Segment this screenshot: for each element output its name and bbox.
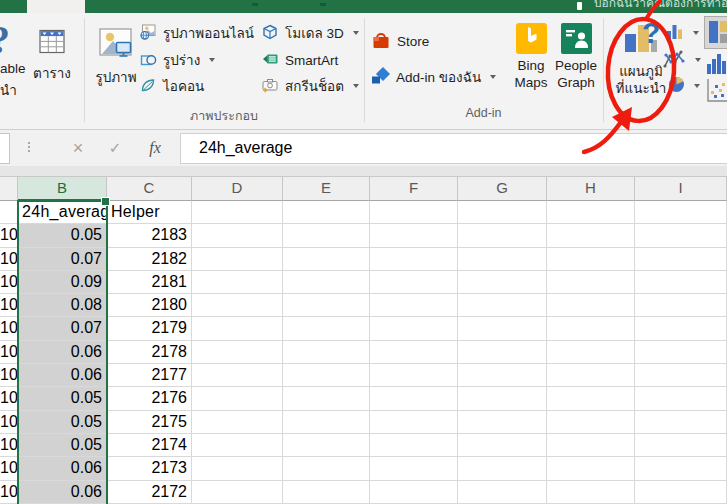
cell-c2[interactable]: 2183 bbox=[107, 224, 192, 247]
col-header-d[interactable]: D bbox=[192, 177, 283, 201]
cell[interactable] bbox=[192, 411, 283, 434]
cell-b6[interactable]: 0.07 bbox=[18, 317, 107, 340]
cell[interactable] bbox=[283, 271, 370, 294]
cell[interactable] bbox=[635, 317, 727, 340]
cell[interactable] bbox=[192, 224, 283, 247]
cell[interactable] bbox=[0, 201, 18, 224]
cell[interactable] bbox=[635, 434, 727, 457]
cell[interactable] bbox=[458, 294, 547, 317]
cell[interactable] bbox=[283, 248, 370, 271]
cell-a11[interactable]: 10 bbox=[0, 434, 18, 457]
histogram-chart-button[interactable] bbox=[707, 50, 727, 80]
cell-b9[interactable]: 0.05 bbox=[18, 387, 107, 410]
cell[interactable] bbox=[547, 294, 635, 317]
cell-c13[interactable]: 2172 bbox=[107, 481, 192, 504]
cell[interactable] bbox=[192, 457, 283, 480]
cell-b11[interactable]: 0.05 bbox=[18, 434, 107, 457]
cell[interactable] bbox=[370, 201, 458, 224]
cell-b3[interactable]: 0.07 bbox=[18, 248, 107, 271]
cell[interactable] bbox=[635, 481, 727, 504]
cell[interactable] bbox=[192, 248, 283, 271]
cell[interactable] bbox=[635, 341, 727, 364]
cell[interactable] bbox=[370, 411, 458, 434]
cell-c11[interactable]: 2174 bbox=[107, 434, 192, 457]
cell[interactable] bbox=[283, 201, 370, 224]
col-header-b[interactable]: B bbox=[18, 177, 107, 201]
cell[interactable] bbox=[370, 341, 458, 364]
cell[interactable] bbox=[458, 411, 547, 434]
cell-b7[interactable]: 0.06 bbox=[18, 341, 107, 364]
cell[interactable] bbox=[283, 224, 370, 247]
cell[interactable] bbox=[458, 224, 547, 247]
cell[interactable] bbox=[635, 201, 727, 224]
people-graph-button[interactable]: PeopleGraph bbox=[553, 23, 599, 91]
cell[interactable] bbox=[635, 457, 727, 480]
cell[interactable] bbox=[192, 317, 283, 340]
cell[interactable] bbox=[370, 294, 458, 317]
store-button[interactable]: Store bbox=[370, 30, 429, 52]
cell-a8[interactable]: 10 bbox=[0, 364, 18, 387]
chart-type-button-highlighted[interactable] bbox=[704, 16, 727, 49]
cell-a2[interactable]: 10 bbox=[0, 224, 18, 247]
cell[interactable] bbox=[192, 294, 283, 317]
cell-c10[interactable]: 2175 bbox=[107, 411, 192, 434]
col-header-g[interactable]: G bbox=[458, 177, 547, 201]
scatter-plot-button[interactable] bbox=[706, 77, 727, 108]
my-addins-button[interactable]: Add-in ของฉัน bbox=[369, 66, 496, 88]
cell[interactable] bbox=[192, 387, 283, 410]
cell-a12[interactable]: 10 bbox=[0, 457, 18, 480]
cell-b12[interactable]: 0.06 bbox=[18, 457, 107, 480]
cell[interactable] bbox=[547, 434, 635, 457]
3d-models-button[interactable]: โมเดล 3D bbox=[262, 22, 359, 44]
cell-a9[interactable]: 10 bbox=[0, 387, 18, 410]
cell[interactable] bbox=[283, 387, 370, 410]
formula-input[interactable]: 24h_average bbox=[180, 133, 727, 164]
cell[interactable] bbox=[370, 271, 458, 294]
cell[interactable] bbox=[283, 364, 370, 387]
cell[interactable] bbox=[458, 434, 547, 457]
table-button[interactable]: ตาราง bbox=[24, 29, 80, 84]
cell[interactable] bbox=[547, 248, 635, 271]
cell-b8[interactable]: 0.06 bbox=[18, 364, 107, 387]
cell[interactable] bbox=[547, 364, 635, 387]
cell[interactable] bbox=[458, 364, 547, 387]
insert-pie-chart-button[interactable] bbox=[668, 75, 700, 97]
cell[interactable] bbox=[547, 481, 635, 504]
cell-b4[interactable]: 0.09 bbox=[18, 271, 107, 294]
cell-c6[interactable]: 2179 bbox=[107, 317, 192, 340]
col-header-f[interactable]: F bbox=[370, 177, 458, 201]
cell[interactable] bbox=[370, 248, 458, 271]
tab-insert-active[interactable] bbox=[27, 0, 85, 13]
cell-a4[interactable]: 10 bbox=[0, 271, 18, 294]
cell[interactable] bbox=[192, 341, 283, 364]
cell-b1[interactable]: 24h_average bbox=[18, 201, 107, 224]
cancel-button[interactable]: × bbox=[66, 135, 90, 161]
cell-b13[interactable]: 0.06 bbox=[18, 481, 107, 504]
cell[interactable] bbox=[283, 411, 370, 434]
cell[interactable] bbox=[370, 317, 458, 340]
cell-c12[interactable]: 2173 bbox=[107, 457, 192, 480]
cell-c9[interactable]: 2176 bbox=[107, 387, 192, 410]
drag-handle-icon[interactable] bbox=[28, 142, 30, 152]
icons-button[interactable]: ไอคอน bbox=[140, 75, 204, 97]
cell[interactable] bbox=[192, 201, 283, 224]
cell[interactable] bbox=[283, 481, 370, 504]
pictures-button[interactable]: รูปภาพ bbox=[90, 27, 142, 88]
cell[interactable] bbox=[458, 271, 547, 294]
cell-a3[interactable]: 10 bbox=[0, 248, 18, 271]
cell[interactable] bbox=[370, 481, 458, 504]
cell[interactable] bbox=[635, 364, 727, 387]
cell[interactable] bbox=[458, 481, 547, 504]
cell[interactable] bbox=[283, 294, 370, 317]
cell[interactable] bbox=[370, 457, 458, 480]
cell[interactable] bbox=[547, 457, 635, 480]
cell[interactable] bbox=[370, 224, 458, 247]
col-header-c[interactable]: C bbox=[107, 177, 192, 201]
cell[interactable] bbox=[192, 434, 283, 457]
cell[interactable] bbox=[547, 341, 635, 364]
online-pictures-button[interactable]: รูปภาพออนไลน์ bbox=[140, 22, 254, 44]
shapes-button[interactable]: รูปร่าง bbox=[140, 49, 215, 71]
cell-a5[interactable]: 10 bbox=[0, 294, 18, 317]
col-header-h[interactable]: H bbox=[547, 177, 635, 201]
cell[interactable] bbox=[370, 434, 458, 457]
